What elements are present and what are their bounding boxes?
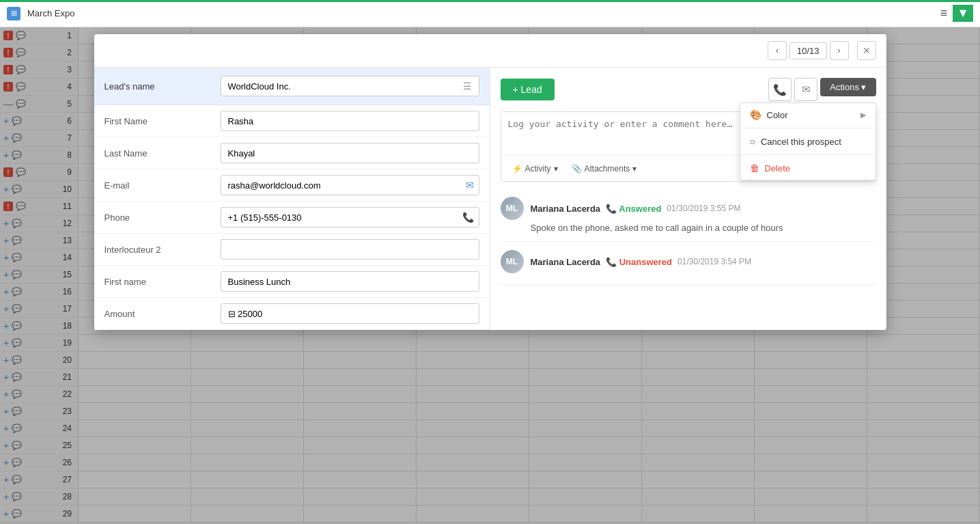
expand-icon[interactable]: ▼ — [953, 5, 973, 22]
actions-label: Actions ▾ — [830, 82, 866, 92]
activity-user-name: Mariana Lacerda — [531, 257, 601, 267]
color-menu-item[interactable]: 🎨 Color ▶ — [740, 103, 876, 126]
first-name-input[interactable] — [221, 111, 479, 131]
form-field-wrapper — [221, 239, 479, 260]
amount-input[interactable] — [221, 303, 479, 324]
attachments-label: Attachments — [585, 164, 630, 174]
actions-wrapper: Actions ▾ 🎨 Color ▶ — [820, 78, 876, 101]
activity-item-header: MLMariana Lacerda📞 Unanswered01/30/2019 … — [501, 250, 876, 273]
lead-name-row: Lead's name WorldCloud Inc. ☰ — [94, 68, 490, 105]
email-icon: ✉ — [802, 83, 811, 96]
cancel-prospect-menu-item[interactable]: ○ Cancel this prospect — [740, 130, 876, 153]
attachments-chevron: ▾ — [632, 164, 636, 174]
nav-counter: 10/13 — [789, 42, 827, 59]
form-field-wrapper — [221, 111, 479, 131]
first-name-input[interactable] — [221, 271, 479, 292]
form-field-label: Amount — [104, 309, 221, 319]
form-row: First Name — [94, 105, 490, 137]
activity-user-name: Mariana Lacerda — [531, 204, 601, 214]
activity-note: Spoke on the phone, asked me to call aga… — [531, 223, 876, 233]
form-field-label: First name — [104, 277, 221, 287]
activity-time: 01/30/2019 3:55 PM — [667, 204, 740, 213]
delete-menu-item[interactable]: 🗑 Delete — [740, 156, 876, 180]
list-icon: ☰ — [463, 81, 472, 92]
form-field-wrapper — [221, 303, 479, 324]
form-field-wrapper: 📞 — [221, 207, 479, 227]
activity-item-header: MLMariana Lacerda📞 Answered01/30/2019 3:… — [501, 197, 876, 220]
paperclip-icon: 📎 — [572, 164, 582, 174]
modal-navigation: ‹ 10/13 › ✕ — [768, 41, 876, 60]
top-right-icons: ≡ ▼ — [940, 5, 973, 22]
avatar: ML — [501, 250, 524, 273]
activity-tag-button[interactable]: ⚡ Activity ▾ — [508, 162, 562, 176]
color-icon: 🎨 — [750, 109, 761, 120]
green-progress-bar — [0, 0, 980, 2]
activity-item: MLMariana Lacerda📞 Unanswered01/30/2019 … — [501, 242, 876, 285]
last-name-input[interactable] — [221, 143, 479, 163]
actions-button[interactable]: Actions ▾ — [820, 78, 876, 96]
activity-time: 01/30/2019 3:54 PM — [677, 257, 751, 266]
avatar: ML — [501, 197, 524, 220]
delete-icon: 🗑 — [750, 163, 759, 174]
color-arrow-icon: ▶ — [860, 111, 866, 120]
activity-panel: + Lead 📞 ✉ Actions ▾ — [490, 68, 886, 330]
activity-chevron: ▾ — [554, 164, 558, 174]
email-icon: ✉ — [466, 180, 474, 191]
form-field-label: Phone — [104, 212, 221, 223]
app-title: March Expo — [27, 8, 74, 18]
modal-header: ‹ 10/13 › ✕ — [94, 34, 886, 68]
prev-button[interactable]: ‹ — [768, 41, 787, 60]
lead-name-field[interactable]: WorldCloud Inc. ☰ — [221, 76, 479, 96]
activity-meta: Mariana Lacerda📞 Unanswered01/30/2019 3:… — [531, 257, 752, 267]
email-button[interactable]: ✉ — [794, 78, 817, 101]
form-field-wrapper: ✉ — [221, 175, 479, 195]
lead-button[interactable]: + Lead — [501, 79, 555, 100]
phone-icon: 📞 — [773, 83, 787, 96]
cancel-label: Cancel this prospect — [761, 137, 841, 147]
modal-overlay: ‹ 10/13 › ✕ Lead's name WorldCloud Inc. … — [0, 27, 980, 524]
attachments-tag-button[interactable]: 📎 Attachments ▾ — [568, 162, 641, 176]
phone-input[interactable] — [221, 207, 479, 227]
e-mail-input[interactable] — [221, 175, 479, 195]
form-row: E-mail✉ — [94, 169, 490, 202]
activity-status: 📞 Unanswered — [606, 257, 672, 267]
form-fields: First NameLast NameE-mail✉Phone📞Interloc… — [94, 105, 490, 330]
activity-item: MLMariana Lacerda📞 Answered01/30/2019 3:… — [501, 189, 876, 242]
form-field-label: Last Name — [104, 148, 221, 158]
app-icon: ⊞ — [7, 7, 20, 20]
form-row: First name — [94, 266, 490, 298]
app-bar: ⊞ March Expo ≡ ▼ — [0, 0, 980, 27]
next-button[interactable]: › — [830, 41, 849, 60]
form-field-label: Interlocuteur 2 — [104, 245, 221, 255]
form-row: Last Name — [94, 137, 490, 169]
color-label: Color — [767, 110, 788, 120]
form-field-wrapper — [221, 143, 479, 163]
cancel-icon: ○ — [750, 136, 755, 147]
action-icons: 📞 ✉ Actions ▾ — [768, 78, 876, 101]
form-row: Phone📞 — [94, 202, 490, 234]
form-row: Amount — [94, 298, 490, 330]
form-row: Interlocuteur 2 — [94, 234, 490, 266]
form-field-label: First Name — [104, 116, 221, 126]
form-field-label: E-mail — [104, 180, 221, 191]
activity-header: + Lead 📞 ✉ Actions ▾ — [501, 78, 876, 101]
phone-button[interactable]: 📞 — [768, 78, 792, 101]
lightning-icon: ⚡ — [512, 164, 522, 174]
form-field-wrapper — [221, 271, 479, 292]
dropdown-divider-1 — [740, 128, 876, 128]
activity-meta: Mariana Lacerda📞 Answered01/30/2019 3:55… — [531, 204, 741, 214]
delete-label: Delete — [765, 163, 791, 174]
lead-modal: ‹ 10/13 › ✕ Lead's name WorldCloud Inc. … — [94, 34, 886, 330]
tel-icon: 📞 — [462, 212, 474, 223]
lead-name-label: Lead's name — [104, 81, 221, 92]
activity-status: 📞 Answered — [606, 204, 661, 214]
activity-label: Activity — [525, 164, 551, 174]
interlocuteur-2-input[interactable] — [221, 239, 479, 260]
dropdown-divider-2 — [740, 154, 876, 155]
close-button[interactable]: ✕ — [857, 41, 876, 60]
modal-body: Lead's name WorldCloud Inc. ☰ First Name… — [94, 68, 886, 330]
hamburger-icon[interactable]: ≡ — [940, 6, 948, 20]
actions-dropdown: 🎨 Color ▶ ○ Cancel this prospect — [740, 102, 876, 180]
lead-name-value: WorldCloud Inc. — [228, 81, 291, 92]
activity-feed: MLMariana Lacerda📞 Answered01/30/2019 3:… — [501, 189, 876, 320]
